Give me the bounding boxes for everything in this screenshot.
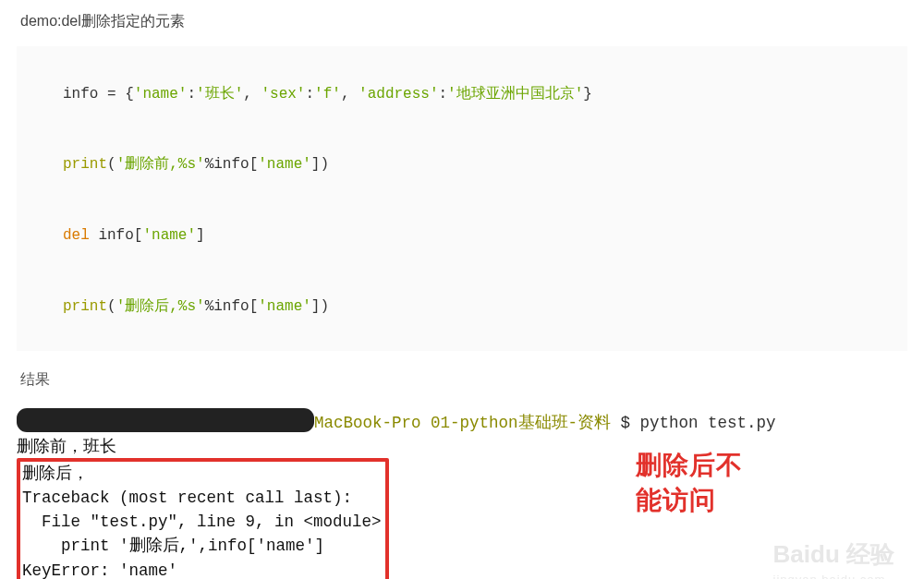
- command-text: python test.py: [640, 414, 776, 432]
- code-line: print('删除后,%s'%info['name']): [63, 298, 329, 315]
- section-title: demo:del删除指定的元素: [20, 9, 907, 33]
- prompt-dollar: $: [611, 414, 640, 432]
- annotation-label: 删除后不 能访问: [636, 448, 743, 518]
- code-block: info = {'name':'班长', 'sex':'f', 'address…: [17, 46, 907, 351]
- code-line: info = {'name':'班长', 'sex':'f', 'address…: [63, 86, 592, 103]
- error-highlight-box: 删除后，Traceback (most recent call last): F…: [17, 458, 389, 579]
- traceback-line: print '删除后,',info['name']: [22, 534, 382, 558]
- terminal-output: MacBook-Pro 01-python基础班-资料 $ python tes…: [17, 407, 907, 579]
- traceback-line: Traceback (most recent call last):: [22, 486, 382, 510]
- traceback-line: KeyError: 'name': [22, 559, 382, 579]
- prompt-host: MacBook-Pro 01-python基础班-资料: [314, 414, 611, 432]
- redacted-bar: [17, 412, 314, 432]
- stdout-line: 删除前，班长: [17, 435, 907, 459]
- code-line: print('删除前,%s'%info['name']): [63, 156, 329, 173]
- traceback-line: File "test.py", line 9, in <module>: [22, 510, 382, 534]
- result-label: 结果: [20, 368, 907, 392]
- stdout-line: 删除后，: [22, 462, 382, 486]
- code-line: del info['name']: [63, 227, 205, 244]
